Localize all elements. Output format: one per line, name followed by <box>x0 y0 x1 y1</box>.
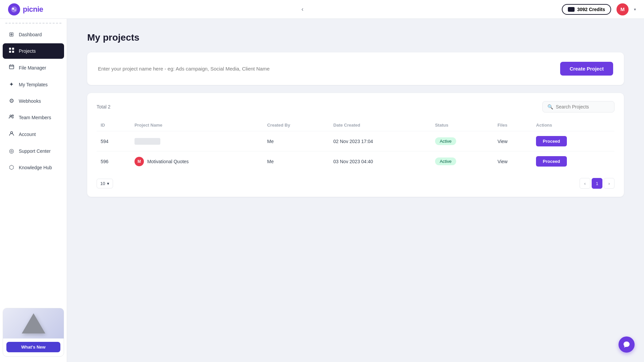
project-name-input[interactable] <box>98 66 555 72</box>
table-row: 596 M Motivational Quotes Me 03 Nov 2023… <box>97 151 614 172</box>
svg-rect-6 <box>12 51 14 53</box>
layout: ⊞ Dashboard Projects <box>0 19 644 362</box>
sidebar-item-label: Projects <box>19 48 36 54</box>
whats-new-image <box>3 308 64 338</box>
sidebar-collapse-button[interactable]: ‹ <box>302 6 304 13</box>
credits-label: 3092 Credits <box>577 7 605 12</box>
sidebar-item-label: Support Center <box>19 148 51 154</box>
user-avatar[interactable]: M <box>616 3 629 15</box>
row-project-name: M Motivational Quotes <box>130 151 263 172</box>
per-page-select[interactable]: 10 ▾ <box>97 179 113 188</box>
credits-badge[interactable]: 3092 Credits <box>562 4 611 15</box>
sidebar-item-webhooks[interactable]: ⚙ Webhooks <box>3 93 64 108</box>
sidebar-item-label: My Templates <box>19 82 48 87</box>
projects-table: ID Project Name Created By Date Created … <box>97 119 614 171</box>
sidebar-item-support[interactable]: ◎ Support Center <box>3 143 64 159</box>
sidebar-item-label: File Manager <box>19 65 46 71</box>
sidebar-item-my-templates[interactable]: ✦ My Templates <box>3 77 64 92</box>
svg-point-2 <box>14 9 16 11</box>
user-menu-chevron[interactable]: ▾ <box>634 7 636 12</box>
next-page-button[interactable]: › <box>604 178 614 189</box>
sidebar-divider <box>5 23 61 24</box>
project-avatar: M <box>135 157 144 166</box>
sidebar-item-label: Team Members <box>19 115 51 120</box>
project-name-text: Motivational Quotes <box>147 159 189 164</box>
dashboard-icon: ⊞ <box>8 31 15 38</box>
total-label: Total 2 <box>97 104 110 109</box>
col-files: Files <box>493 119 532 131</box>
pyramid-decoration <box>22 313 45 333</box>
per-page-chevron: ▾ <box>107 181 109 186</box>
logo: picnie <box>8 3 43 15</box>
projects-table-card: Total 2 🔍 ID Project Name Created By Dat… <box>87 93 624 197</box>
status-badge: Active <box>435 157 456 165</box>
search-input[interactable] <box>556 104 609 109</box>
search-box: 🔍 <box>542 101 614 112</box>
create-project-button[interactable]: Create Project <box>560 62 613 76</box>
sidebar-item-file-manager[interactable]: File Manager <box>3 60 64 76</box>
table-row: 594 •••••••••••••• Me 02 Nov 2023 17:04 … <box>97 131 614 151</box>
col-actions: Actions <box>532 119 614 131</box>
logo-icon <box>8 3 20 15</box>
prev-page-button[interactable]: ‹ <box>580 178 590 189</box>
row-created-by: Me <box>263 151 329 172</box>
whats-new-card: What's New <box>3 308 64 357</box>
sidebar-item-knowledge-hub[interactable]: ⬡ Knowledge Hub <box>3 160 64 175</box>
row-status: Active <box>431 131 493 151</box>
svg-rect-3 <box>9 48 11 50</box>
projects-icon <box>8 47 15 55</box>
main-content: My projects Create Project Total 2 🔍 ID … <box>67 19 644 362</box>
row-actions: Proceed <box>532 151 614 172</box>
row-id: 596 <box>97 151 130 172</box>
row-files: View <box>493 151 532 172</box>
row-project-name: •••••••••••••• <box>130 131 263 151</box>
svg-rect-7 <box>9 65 14 69</box>
templates-icon: ✦ <box>8 81 15 88</box>
row-status: Active <box>431 151 493 172</box>
svg-point-8 <box>10 115 11 117</box>
row-date-created: 02 Nov 2023 17:04 <box>329 131 431 151</box>
sidebar-item-label: Account <box>19 132 36 137</box>
pagination-row: 10 ▾ ‹ 1 › <box>97 178 614 189</box>
svg-rect-4 <box>12 48 14 50</box>
create-project-card: Create Project <box>87 52 624 85</box>
knowledge-icon: ⬡ <box>8 164 15 171</box>
search-icon: 🔍 <box>547 104 553 109</box>
page-1-button[interactable]: 1 <box>592 178 602 189</box>
topbar: picnie ‹ 3092 Credits M ▾ <box>0 0 644 19</box>
sidebar-item-dashboard[interactable]: ⊞ Dashboard <box>3 27 64 42</box>
row-files: View <box>493 131 532 151</box>
sidebar-item-label: Knowledge Hub <box>19 165 52 170</box>
blurred-project-name: •••••••••••••• <box>135 138 160 145</box>
sidebar-item-label: Dashboard <box>19 32 42 37</box>
team-icon <box>8 114 15 121</box>
pagination-controls: ‹ 1 › <box>580 178 614 189</box>
account-icon <box>8 131 15 138</box>
proceed-button[interactable]: Proceed <box>536 156 567 167</box>
svg-point-0 <box>11 6 17 12</box>
row-created-by: Me <box>263 131 329 151</box>
user-initial: M <box>621 6 625 12</box>
whats-new-button[interactable]: What's New <box>6 342 60 352</box>
credit-card-icon <box>568 7 575 12</box>
proceed-button[interactable]: Proceed <box>536 136 567 146</box>
row-actions: Proceed <box>532 131 614 151</box>
row-date-created: 03 Nov 2023 04:40 <box>329 151 431 172</box>
logo-text: picnie <box>23 5 43 14</box>
col-project-name: Project Name <box>130 119 263 131</box>
svg-point-10 <box>10 132 12 134</box>
chat-bubble-button[interactable] <box>619 336 635 353</box>
sidebar: ⊞ Dashboard Projects <box>0 19 67 362</box>
file-manager-icon <box>8 64 15 72</box>
table-header-row: Total 2 🔍 <box>97 101 614 112</box>
view-files-link[interactable]: View <box>497 139 507 144</box>
sidebar-item-projects[interactable]: Projects <box>3 43 64 59</box>
col-id: ID <box>97 119 130 131</box>
svg-rect-5 <box>9 51 11 53</box>
col-status: Status <box>431 119 493 131</box>
sidebar-item-label: Webhooks <box>19 98 41 104</box>
sidebar-item-account[interactable]: Account <box>3 127 64 142</box>
sidebar-item-team-members[interactable]: Team Members <box>3 110 64 125</box>
view-files-link[interactable]: View <box>497 159 507 164</box>
col-created-by: Created By <box>263 119 329 131</box>
